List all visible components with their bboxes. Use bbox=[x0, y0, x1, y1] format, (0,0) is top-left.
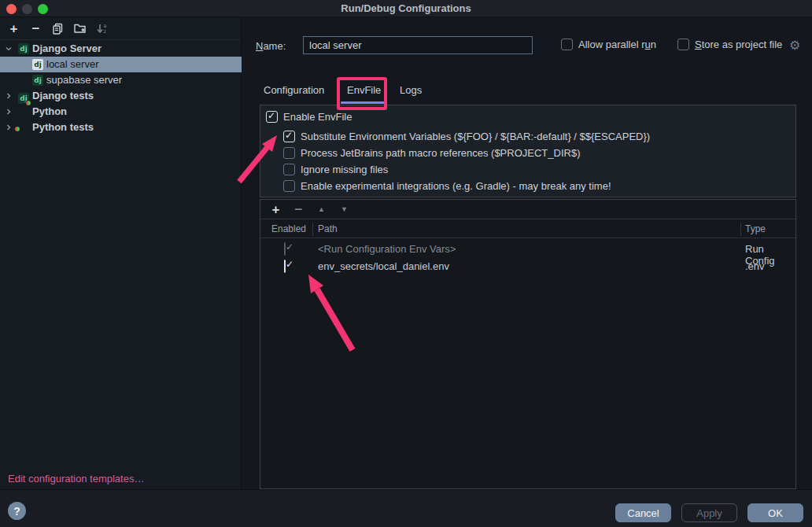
row-enabled-checkbox bbox=[284, 242, 286, 256]
checkbox[interactable] bbox=[266, 111, 278, 123]
edit-configuration-templates-link[interactable]: Edit configuration templates… bbox=[8, 473, 144, 485]
sidebar-toolbar: + − az bbox=[0, 17, 241, 40]
test-badge-icon bbox=[14, 126, 20, 132]
tree-item-python-tests[interactable]: Python tests bbox=[0, 120, 242, 135]
checkbox[interactable] bbox=[283, 164, 295, 175]
allow-parallel-run-label: Allow parallel run bbox=[578, 39, 656, 50]
tab-configuration[interactable]: Configuration bbox=[264, 84, 324, 96]
store-as-project-file-label: Store as project file bbox=[695, 39, 782, 50]
experimental-integrations-label: Enable experimental integrations (e.g. G… bbox=[301, 180, 611, 192]
substitute-env-vars-checkbox[interactable]: Substitute Environment Variables (${FOO}… bbox=[283, 131, 650, 142]
cancel-button[interactable]: Cancel bbox=[615, 503, 671, 522]
table-row[interactable]: <Run Configuration Env Vars> Run Config bbox=[260, 241, 795, 258]
copy-configuration-icon[interactable] bbox=[51, 22, 65, 35]
tree-item-label: supabase server bbox=[46, 74, 122, 86]
tree-item-label: local server bbox=[46, 58, 98, 70]
move-down-icon[interactable]: ▼ bbox=[338, 203, 351, 216]
column-header-path[interactable]: Path bbox=[318, 223, 338, 234]
remove-file-icon[interactable]: − bbox=[292, 203, 305, 216]
row-enabled-checkbox[interactable] bbox=[284, 260, 286, 273]
add-configuration-icon[interactable]: + bbox=[7, 22, 20, 35]
chevron-right-icon[interactable] bbox=[5, 123, 13, 131]
django-icon: dj bbox=[18, 43, 29, 54]
tab-logs[interactable]: Logs bbox=[400, 84, 422, 96]
row-path: <Run Configuration Env Vars> bbox=[318, 243, 456, 255]
experimental-integrations-checkbox[interactable]: Enable experimental integrations (e.g. G… bbox=[283, 180, 611, 192]
checkbox[interactable] bbox=[283, 147, 295, 159]
chevron-down-icon[interactable] bbox=[5, 45, 13, 53]
dialog-footer: ? Cancel Apply OK bbox=[0, 489, 812, 527]
column-divider[interactable] bbox=[740, 223, 741, 236]
envfile-options-panel: Enable EnvFile Substitute Environment Va… bbox=[260, 105, 796, 197]
gear-icon[interactable]: ⚙ bbox=[789, 38, 800, 53]
process-path-macros-label: Process JetBrains path macro references … bbox=[301, 147, 580, 159]
django-icon: dj bbox=[32, 59, 43, 70]
chevron-right-icon[interactable] bbox=[5, 108, 13, 116]
tree-item-local-server[interactable]: dj local server bbox=[0, 57, 242, 72]
new-folder-icon[interactable] bbox=[73, 22, 87, 35]
store-as-project-file-checkbox[interactable]: Store as project file bbox=[677, 39, 782, 50]
tree-item-django-server[interactable]: dj Django Server bbox=[0, 41, 242, 57]
selected-tab-underline bbox=[341, 101, 385, 104]
name-input[interactable] bbox=[303, 36, 533, 54]
checkbox[interactable] bbox=[283, 180, 295, 192]
chevron-right-icon[interactable] bbox=[5, 92, 13, 100]
process-path-macros-checkbox[interactable]: Process JetBrains path macro references … bbox=[283, 147, 580, 159]
tree-item-django-tests[interactable]: dj Django tests bbox=[0, 88, 242, 104]
table-toolbar: + − ▲ ▼ bbox=[260, 200, 795, 219]
sort-alphabetically-icon[interactable]: az bbox=[95, 22, 109, 35]
ok-button[interactable]: OK bbox=[747, 503, 803, 522]
table-header: Enabled Path Type bbox=[260, 220, 795, 238]
column-divider[interactable] bbox=[312, 223, 313, 236]
column-header-enabled[interactable]: Enabled bbox=[271, 223, 306, 234]
tree-item-label: Django Server bbox=[32, 42, 102, 54]
tree-item-label: Python tests bbox=[32, 121, 94, 133]
django-icon: dj bbox=[32, 75, 43, 86]
tree-item-label: Django tests bbox=[32, 90, 94, 101]
configuration-editor: Name: Allow parallel run Store as projec… bbox=[242, 17, 812, 489]
checkbox[interactable] bbox=[561, 39, 573, 50]
tree-item-label: Python bbox=[32, 105, 67, 117]
ignore-missing-files-label: Ignore missing files bbox=[301, 164, 388, 175]
row-type: .env bbox=[745, 260, 765, 272]
checkbox[interactable] bbox=[283, 131, 295, 142]
tree-item-supabase-server[interactable]: dj supabase server bbox=[0, 72, 242, 88]
help-icon[interactable]: ? bbox=[8, 502, 26, 520]
run-debug-configurations-dialog: Run/Debug Configurations + − az dj Djang… bbox=[0, 0, 812, 527]
column-header-type[interactable]: Type bbox=[745, 223, 766, 234]
name-label: Name: bbox=[256, 40, 286, 52]
configurations-sidebar: + − az dj Django Server dj local server bbox=[0, 17, 242, 489]
table-row[interactable]: env_secrets/local_daniel.env .env bbox=[260, 258, 795, 275]
row-path: env_secrets/local_daniel.env bbox=[318, 260, 449, 272]
env-files-table-panel: + − ▲ ▼ Enabled Path Type <Run Configura… bbox=[260, 199, 796, 489]
titlebar: Run/Debug Configurations bbox=[0, 0, 812, 17]
substitute-env-vars-label: Substitute Environment Variables (${FOO}… bbox=[301, 131, 650, 142]
enable-envfile-label: Enable EnvFile bbox=[283, 111, 352, 123]
add-file-icon[interactable]: + bbox=[269, 203, 282, 216]
remove-configuration-icon[interactable]: − bbox=[29, 22, 42, 35]
ignore-missing-files-checkbox[interactable]: Ignore missing files bbox=[283, 164, 388, 175]
allow-parallel-run-checkbox[interactable]: Allow parallel run bbox=[561, 39, 656, 50]
tab-envfile[interactable]: EnvFile bbox=[347, 84, 381, 96]
move-up-icon[interactable]: ▲ bbox=[315, 203, 328, 216]
apply-button[interactable]: Apply bbox=[681, 503, 737, 522]
checkbox[interactable] bbox=[677, 39, 689, 50]
dialog-title: Run/Debug Configurations bbox=[0, 2, 812, 14]
svg-text:z: z bbox=[103, 28, 106, 35]
enable-envfile-checkbox[interactable]: Enable EnvFile bbox=[266, 111, 352, 123]
tree-item-python[interactable]: Python bbox=[0, 104, 242, 120]
